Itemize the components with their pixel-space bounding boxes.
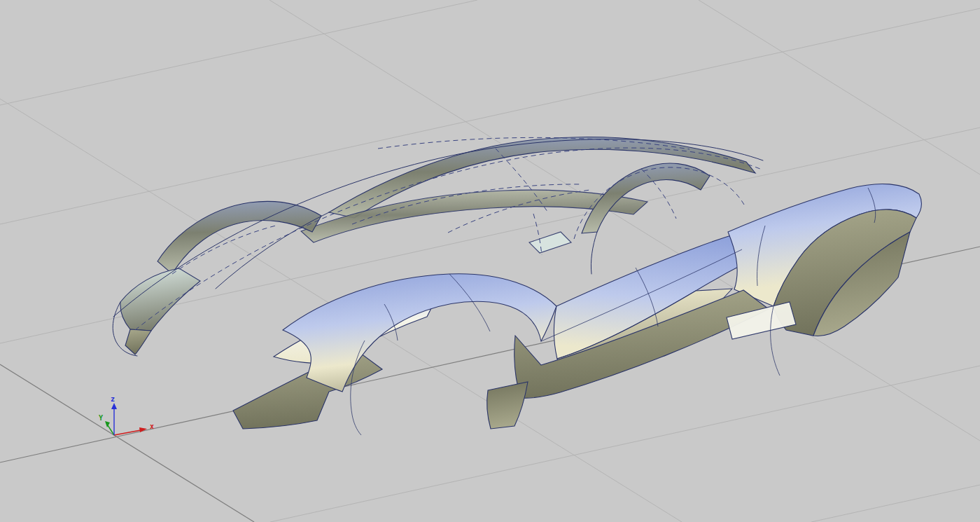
- x-axis-label: x: [150, 423, 154, 430]
- z-axis-label: z: [111, 395, 115, 403]
- y-axis-label: Y: [99, 414, 103, 422]
- cad-viewport[interactable]: x Y z: [0, 0, 980, 522]
